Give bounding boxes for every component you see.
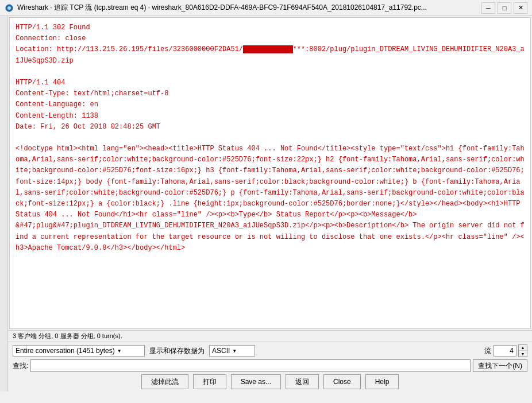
stream-spinner: ▲ ▼ (518, 344, 527, 357)
controls-row1: Entire conversation (1451 bytes) ▼ 显示和保存… (13, 344, 527, 357)
filter-button[interactable]: 滤掉此流 (141, 374, 188, 389)
help-button[interactable]: Help (365, 374, 399, 389)
back-button[interactable]: 返回 (286, 374, 319, 389)
controls-row3: 滤掉此流 打印 Save as... 返回 Close Help (13, 374, 527, 389)
left-ruler (0, 16, 8, 392)
conversation-dropdown[interactable]: Entire conversation (1451 bytes) ▼ (13, 345, 145, 356)
search-input[interactable] (30, 359, 471, 372)
svg-point-1 (7, 6, 11, 10)
close-dialog-button[interactable]: Close (323, 374, 361, 389)
stream-down-button[interactable]: ▼ (519, 351, 527, 356)
window-controls: ─ □ ✕ (481, 2, 527, 14)
titlebar: Wireshark · 追踪 TCP 流 (tcp.stream eq 4) ·… (0, 0, 532, 16)
encoding-dropdown-arrow-icon: ▼ (232, 348, 237, 354)
conversation-option: Entire conversation (1451 bytes) (16, 347, 115, 355)
print-button[interactable]: 打印 (193, 374, 226, 389)
main-area: HTTP/1.1 302 Found Connection: close Loc… (0, 16, 532, 392)
stream-up-button[interactable]: ▲ (519, 345, 527, 351)
bottom-controls: Entire conversation (1451 bytes) ▼ 显示和保存… (8, 342, 532, 392)
maximize-button[interactable]: □ (498, 2, 511, 14)
app-icon (5, 3, 14, 13)
stream-input[interactable] (494, 345, 516, 356)
encoding-label: 显示和保存数据为 (149, 346, 205, 356)
minimize-button[interactable]: ─ (481, 2, 495, 14)
encoding-option: ASCII (212, 347, 230, 355)
controls-row2: 查找: 查找下一个(N) (13, 359, 527, 372)
content-wrapper: HTTP/1.1 302 Found Connection: close Loc… (8, 16, 532, 392)
stream-label: 流 (484, 346, 491, 356)
status-text: 3 客户端 分组, 0 服务器 分组, 0 turn(s). (13, 332, 122, 340)
save-as-button[interactable]: Save as... (231, 374, 281, 389)
encoding-dropdown[interactable]: ASCII ▼ (209, 345, 255, 356)
stream-control: 流 ▲ ▼ (484, 344, 527, 357)
dropdown-arrow-icon: ▼ (117, 348, 122, 354)
find-next-button[interactable]: 查找下一个(N) (473, 359, 527, 372)
tcp-stream-content[interactable]: HTTP/1.1 302 Found Connection: close Loc… (9, 17, 531, 329)
search-label: 查找: (13, 361, 28, 371)
window-title: Wireshark · 追踪 TCP 流 (tcp.stream eq 4) ·… (17, 3, 481, 13)
close-button[interactable]: ✕ (514, 2, 527, 14)
statusbar: 3 客户端 分组, 0 服务器 分组, 0 turn(s). (8, 330, 532, 342)
